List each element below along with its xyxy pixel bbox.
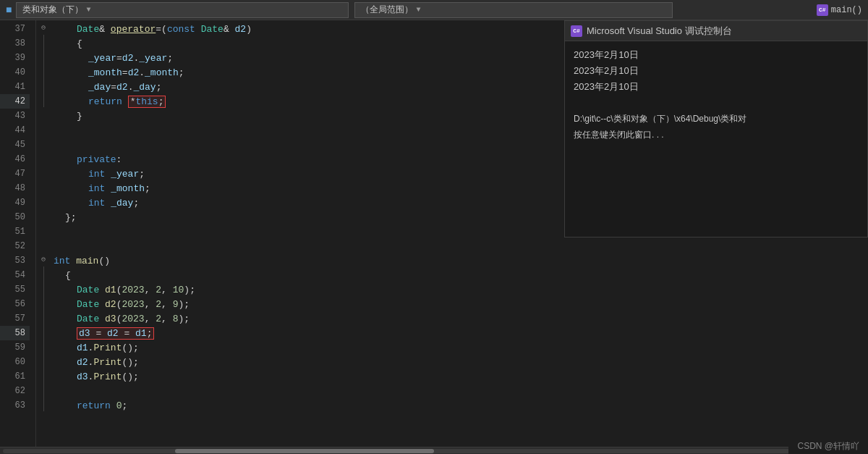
fold-41 <box>36 78 51 93</box>
class-dropdown-arrow: ▼ <box>86 6 90 14</box>
fold-50 <box>36 209 51 223</box>
fold-37[interactable]: ⊖ <box>36 20 51 35</box>
scope-dropdown-arrow: ▼ <box>416 6 420 14</box>
highlight-assignment: d3 = d2 = d1; <box>77 327 154 340</box>
function-label: main() <box>831 5 862 15</box>
ln-46: 46 <box>0 152 30 167</box>
code-line-61: d3.Print(); <box>54 369 868 384</box>
ln-42: 42 <box>0 94 30 109</box>
fold-43 <box>36 107 51 122</box>
console-title-bar: C# Microsoft Visual Studio 调试控制台 <box>565 21 867 41</box>
code-line-60: d2.Print(); <box>54 355 868 369</box>
ln-59: 59 <box>0 340 30 355</box>
scope-dropdown-label: （全局范围） <box>361 4 413 16</box>
ln-38: 38 <box>0 36 30 51</box>
console-prompt: 按任意键关闭此窗口. . . <box>574 127 859 143</box>
console-blank <box>574 95 859 111</box>
highlight-this: *this; <box>128 96 166 108</box>
code-line-55: Date d1(2023, 2, 10); <box>54 282 868 297</box>
line-numbers: 37 38 39 40 41 42 43 44 45 46 47 48 49 5… <box>0 20 36 447</box>
class-dropdown-label: 类和对象（下） <box>22 4 83 16</box>
fold-61 <box>36 368 51 382</box>
ln-48: 48 <box>0 181 30 196</box>
status-bar: CSDN @轩情吖 <box>788 439 868 454</box>
fold-54 <box>36 266 51 281</box>
ln-53: 53 <box>0 253 30 268</box>
class-dropdown[interactable]: 类和对象（下） ▼ <box>16 2 349 18</box>
fold-62 <box>36 382 51 397</box>
code-line-54: { <box>54 268 868 282</box>
top-toolbar: ■ 类和对象（下） ▼ （全局范围） ▼ C# main() <box>0 0 868 20</box>
ln-44: 44 <box>0 123 30 138</box>
ln-58: 58 <box>0 326 30 340</box>
code-line-53: int main() <box>54 253 868 268</box>
fold-42 <box>36 93 51 107</box>
vs-icon: C# <box>817 4 828 16</box>
code-line-58: d3 = d2 = d1; <box>54 326 868 340</box>
code-line-59: d1.Print(); <box>54 340 868 355</box>
ln-43: 43 <box>0 109 30 123</box>
fold-48 <box>36 180 51 194</box>
fold-46 <box>36 151 51 165</box>
code-line-63: return 0; <box>54 398 868 413</box>
ln-37: 37 <box>0 22 30 36</box>
main-area: 37 38 39 40 41 42 43 44 45 46 47 48 49 5… <box>0 20 868 454</box>
ln-63: 63 <box>0 398 30 413</box>
ln-56: 56 <box>0 297 30 311</box>
ln-45: 45 <box>0 138 30 152</box>
scrollbar-thumb[interactable] <box>175 449 434 453</box>
scope-dropdown[interactable]: （全局范围） ▼ <box>354 2 673 18</box>
fold-49 <box>36 194 51 209</box>
fold-53[interactable]: ⊖ <box>36 252 51 266</box>
fold-39 <box>36 49 51 64</box>
fold-47 <box>36 165 51 180</box>
ln-54: 54 <box>0 268 30 282</box>
ln-50: 50 <box>0 210 30 224</box>
horizontal-scrollbar[interactable] <box>0 447 868 454</box>
fold-57 <box>36 310 51 324</box>
ln-49: 49 <box>0 196 30 210</box>
console-title-text: Microsoft Visual Studio 调试控制台 <box>587 25 732 38</box>
ln-40: 40 <box>0 65 30 80</box>
code-line-57: Date d3(2023, 2, 8); <box>54 311 868 326</box>
toolbar-class-icon: ■ <box>6 4 12 16</box>
console-output-1: 2023年2月10日 <box>574 47 859 63</box>
ln-55: 55 <box>0 282 30 297</box>
console-vs-icon: C# <box>571 25 582 37</box>
fold-60 <box>36 353 51 368</box>
ln-61: 61 <box>0 369 30 384</box>
code-line-56: Date d2(2023, 2, 9); <box>54 297 868 311</box>
scrollbar-track <box>3 449 865 453</box>
console-panel: C# Microsoft Visual Studio 调试控制台 2023年2月… <box>564 20 868 237</box>
fold-45 <box>36 136 51 151</box>
ln-51: 51 <box>0 224 30 239</box>
fold-38 <box>36 35 51 49</box>
console-output-3: 2023年2月10日 <box>574 79 859 95</box>
fold-55 <box>36 281 51 295</box>
console-body: 2023年2月10日 2023年2月10日 2023年2月10日 D:\git\… <box>565 41 867 237</box>
fold-44 <box>36 122 51 136</box>
ln-52: 52 <box>0 239 30 253</box>
fold-40 <box>36 64 51 78</box>
toolbar-left: ■ 类和对象（下） ▼ （全局范围） ▼ <box>6 2 814 18</box>
ln-57: 57 <box>0 311 30 326</box>
code-line-62 <box>54 384 868 398</box>
ln-60: 60 <box>0 355 30 369</box>
status-text: CSDN @轩情吖 <box>797 441 859 451</box>
code-line-52 <box>54 239 868 253</box>
ln-62: 62 <box>0 384 30 398</box>
fold-63 <box>36 397 51 411</box>
toolbar-right: C# main() <box>817 4 862 16</box>
ln-47: 47 <box>0 167 30 181</box>
fold-51 <box>36 223 51 237</box>
fold-52 <box>36 237 51 252</box>
fold-column: ⊖ ⊖ <box>36 20 51 447</box>
fold-56 <box>36 295 51 310</box>
console-output-2: 2023年2月10日 <box>574 63 859 79</box>
console-path: D:\git\c--c\类和对象（下）\x64\Debug\类和对 <box>574 111 859 127</box>
ln-39: 39 <box>0 51 30 65</box>
fold-59 <box>36 339 51 353</box>
ln-41: 41 <box>0 80 30 94</box>
fold-58 <box>36 324 51 339</box>
